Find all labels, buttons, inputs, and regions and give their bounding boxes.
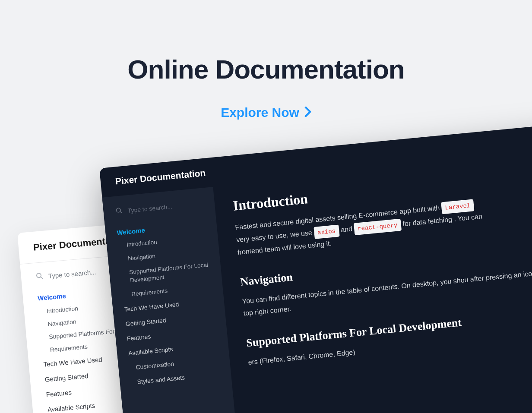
code-tag-axios: axios (314, 224, 339, 239)
svg-line-1 (41, 277, 42, 279)
explore-now-link[interactable]: Explore Now (221, 105, 311, 120)
search-placeholder: Type to search... (127, 203, 173, 214)
code-tag-laravel: Laravel (441, 199, 474, 214)
search-icon (115, 207, 123, 216)
content-area: Introduction Fastest and secure digital … (213, 148, 532, 413)
svg-line-3 (120, 211, 122, 213)
code-tag-react-query: react-query (354, 218, 402, 235)
chevron-right-icon (304, 105, 311, 120)
page-title: Online Documentation (0, 54, 532, 85)
search-placeholder: Type to search... (48, 268, 96, 280)
search-icon (35, 272, 44, 281)
explore-now-label: Explore Now (221, 105, 299, 120)
docs-window-dark: Pixer Documentation Type to search... We… (99, 119, 532, 413)
